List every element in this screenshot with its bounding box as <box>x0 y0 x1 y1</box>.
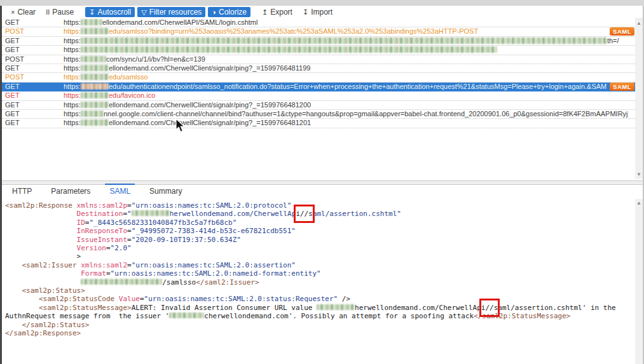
url-text: https: <box>64 64 81 72</box>
filter-resources-button[interactable]: ▽Filter resources <box>137 7 205 17</box>
detail-tabs: HTTPParametersSAMLSummary <box>2 184 635 198</box>
tab-saml[interactable]: SAML <box>108 185 132 198</box>
saml-badge: SAML <box>610 27 634 36</box>
request-row[interactable]: GEThttps:th=/ <box>2 37 635 46</box>
redacted-text <box>81 102 109 108</box>
request-url: https:ellondemand.com/CherwellClient/sig… <box>64 119 311 127</box>
toolbar-button-label: Import <box>311 8 332 17</box>
scroll-down-icon[interactable]: ▼ <box>635 171 643 179</box>
redacted-text <box>81 74 109 80</box>
url-text: https: <box>64 119 81 126</box>
request-row[interactable]: POSThttps:edu/samlsso?binding=urn%253aoa… <box>2 27 635 36</box>
request-row[interactable]: GEThttps:edu/authenticationendpoint/saml… <box>2 83 635 91</box>
xml-token: "urn:oasis:names:tc:SAML:2.0:protocol" <box>132 201 292 210</box>
request-method: GET <box>2 119 64 127</box>
xml-token: ID <box>5 219 85 227</box>
xml-token: Destination <box>5 210 123 218</box>
xml-token: " <box>127 210 132 218</box>
request-row[interactable]: GEThttps:ellondemand.com/CherwellClient/… <box>2 64 635 73</box>
xml-token: "urn:oasis:names:tc:SAML:2.0:nameid-form… <box>111 269 321 278</box>
pause-icon: II <box>46 9 50 16</box>
redacted-text <box>169 313 204 318</box>
request-list-scrollbar[interactable]: ▲ ▼ <box>635 19 643 179</box>
redacted-text <box>81 119 109 126</box>
xml-token: <saml2p:Response <box>5 201 77 210</box>
request-method: POST <box>2 73 64 81</box>
request-url: https:edu/samlsso?binding=urn%253aoasis%… <box>64 27 478 36</box>
request-method: POST <box>2 27 64 36</box>
detail-scrollbar[interactable]: ▲ <box>635 199 643 364</box>
xml-token: herwellondemand.com/CherwellAp <box>170 210 296 218</box>
request-row[interactable]: GEThttps:ellondemand.com/CherwellClient/… <box>2 119 635 128</box>
mouse-cursor <box>175 118 186 133</box>
request-method: GET <box>2 91 64 100</box>
x-icon: × <box>11 9 15 16</box>
tab-parameters[interactable]: Parameters <box>50 185 92 198</box>
redacted-text <box>81 37 607 44</box>
xml-token: <saml2p:StatusMessage> <box>5 304 132 312</box>
xml-line: <saml2p:Response xmlns:saml2p="urn:oasis… <box>5 201 635 210</box>
request-row[interactable]: GEThttps:edu/favicon.ico <box>2 91 635 100</box>
request-row[interactable]: POSThttps:com/sync/u/1/i/bv?hl=en&c=139 <box>2 55 635 64</box>
colorize-button[interactable]: ◑Colorize <box>208 7 250 17</box>
xml-token: "urn:oasis:names:tc:SAML:2.0:status:Requ… <box>144 295 338 303</box>
xml-token: "_8443c56582331040847fb3c5a7fb68cb" <box>89 219 236 227</box>
toolbar-button-label: Autoscroll <box>98 8 132 17</box>
request-row[interactable]: POSThttps:edu/samlsso <box>2 73 635 82</box>
url-text: https: <box>64 91 81 99</box>
scroll-up-icon[interactable]: ▲ <box>635 20 643 27</box>
xml-token: <saml2p:Status> <box>5 286 85 295</box>
export-button[interactable]: ↥Export <box>258 7 296 17</box>
upload-arrow-icon: ↥ <box>262 9 268 16</box>
xml-line: <saml2p:Status> <box>5 286 635 295</box>
toolbar: ×ClearIIPause↧Autoscroll▽Filter resource… <box>2 6 643 19</box>
xml-token: = <box>127 236 132 244</box>
toolbar-button-label: Pause <box>52 8 74 17</box>
request-url: https:nnel.google.com/client-channel/cha… <box>64 110 628 118</box>
url-text: edu/favicon.ico <box>109 91 155 99</box>
redacted-text <box>317 304 355 310</box>
toolbar-button-label: Export <box>270 8 292 17</box>
xml-token: herwellondemand.com/CherwellAp <box>355 304 481 312</box>
request-method: POST <box>2 55 64 64</box>
tab-http[interactable]: HTTP <box>11 185 33 198</box>
tab-summary[interactable]: Summary <box>148 185 183 198</box>
scroll-up-icon[interactable]: ▲ <box>635 199 643 207</box>
url-text: edu/samlsso?binding=urn%253aoasis%253ana… <box>109 27 478 35</box>
xml-line: IssueInstant="2020-09-10T19:37:50.634Z" <box>5 236 635 244</box>
clear-button[interactable]: ×Clear <box>7 7 39 17</box>
xml-token: </saml2:Issuer> <box>196 278 259 286</box>
request-row[interactable]: GEThttps:ellondemand.com/CherwellAPI/SAM… <box>2 18 635 27</box>
url-text: nnel.google.com/client-channel/channel/b… <box>104 110 628 118</box>
xml-token: InResponseTo <box>5 227 127 235</box>
redacted-text <box>81 19 102 25</box>
url-text: https: <box>64 110 81 118</box>
request-url: https:com/sync/u/1/i/bv?hl=en&c=139 <box>64 55 205 64</box>
xml-line: ID="_8443c56582331040847fb3c5a7fb68cb" <box>5 219 635 227</box>
url-text: https: <box>64 55 81 63</box>
request-row[interactable]: GEThttps:ellondemand.com/CherwellClient/… <box>2 101 635 110</box>
redacted-text <box>132 210 170 216</box>
xml-line: </saml2p:Status> <box>5 321 635 329</box>
request-row[interactable]: GEThttps:nnel.google.com/client-channel/… <box>2 110 635 119</box>
xml-line: > <box>5 252 635 260</box>
url-text: edu/samlsso <box>109 73 148 81</box>
request-row[interactable]: GEThttps: <box>2 46 635 55</box>
redacted-text <box>81 83 109 90</box>
redacted-text <box>81 279 162 285</box>
autoscroll-button[interactable]: ↧Autoscroll <box>85 7 135 17</box>
redacted-text <box>81 65 109 71</box>
toolbar-button-label: Filter resources <box>149 8 202 17</box>
xml-token: <saml2p:StatusCode <box>5 295 119 303</box>
xml-token: Value <box>119 295 140 303</box>
xml-token: </saml2p:Status> <box>5 321 89 329</box>
request-method: GET <box>2 18 64 27</box>
xml-token: xmlns:saml2 <box>81 261 127 269</box>
xml-line: /samlsso</saml2:Issuer> <box>5 278 635 286</box>
pause-button[interactable]: IIPause <box>42 7 78 17</box>
import-button[interactable]: ↧Import <box>299 7 336 17</box>
xml-line: </saml2p:Response> <box>5 329 635 337</box>
xml-token: IssueInstant <box>5 236 127 244</box>
xml-token: = <box>140 295 144 303</box>
xml-token: "_94995072-7383-414d-b53c-e67821cdb551" <box>132 227 296 235</box>
